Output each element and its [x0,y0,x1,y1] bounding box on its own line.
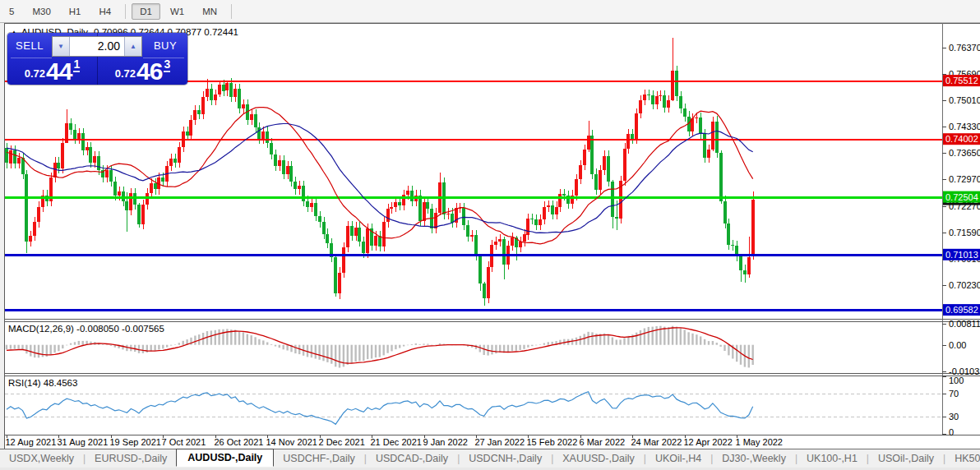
tab-usdcnh-daily[interactable]: USDCNH-,Daily [460,451,551,466]
candle [270,143,273,154]
svg-text:2 Dec 2021: 2 Dec 2021 [319,437,365,447]
candle [137,205,141,224]
macd-histogram-bar [431,345,432,346]
tab-usdcad-daily[interactable]: USDCAD-,Daily [367,451,457,466]
macd-histogram-bar [748,345,750,368]
tab-audusd-daily[interactable]: AUDUSD-,Daily [176,449,274,467]
tab-uk100-h1[interactable]: UK100-,H1 [797,451,867,466]
macd-histogram-bar [270,344,272,345]
macd-histogram-bar [326,345,328,362]
macd-histogram-bar [58,345,59,352]
macd-histogram-bar [122,345,123,350]
macd-histogram-bar [6,345,7,350]
candle [671,71,674,100]
candle [374,236,377,246]
macd-histogram-bar [623,338,625,344]
buy-button[interactable]: BUY [143,39,187,52]
macd-histogram-bar [194,336,196,345]
macd-histogram-bar [222,329,224,345]
macd-histogram-bar [286,345,288,351]
macd-histogram-bar [218,329,220,345]
macd-histogram-bar [262,340,264,344]
candle [86,147,89,151]
macd-histogram-bar [559,340,561,345]
macd-histogram-bar [495,345,497,354]
candle [530,219,534,219]
macd-histogram-bar [50,345,52,355]
macd-histogram-bar [648,327,649,345]
macd-histogram-bar [367,345,368,359]
candle [719,153,723,200]
macd-histogram-bar [358,345,360,362]
macd-histogram-bar [696,334,697,345]
macd-histogram-bar [704,339,705,345]
candle [526,219,529,235]
candle [651,95,654,105]
tab-usoil-daily[interactable]: USOil-,Daily [869,451,943,466]
svg-text:12 Aug 2021: 12 Aug 2021 [6,437,57,447]
candle [154,183,157,189]
candle [214,94,217,100]
candle [9,150,12,163]
macd-histogram-bar [315,345,317,359]
lot-size-stepper: ▼ 2.00 ▲ [52,36,142,57]
macd-histogram-bar [339,345,340,368]
candle [667,100,670,108]
candle [663,95,666,108]
candle [282,160,285,174]
tab-hk50[interactable]: HK50-, [945,451,980,466]
svg-text:26 Oct 2021: 26 Oct 2021 [215,437,264,447]
macd-histogram-bar [728,345,729,356]
candle [558,194,562,207]
macd-histogram-bar [38,345,39,358]
tab-usdx-weekly[interactable]: USDX,Weekly [0,451,83,466]
candle [699,118,702,134]
lot-size-input[interactable]: 2.00 [70,37,124,56]
macd-histogram-bar [684,329,686,344]
svg-text:6 Mar 2022: 6 Mar 2022 [580,437,626,447]
candle [483,283,486,298]
candle [133,193,136,205]
tab-eurusd-daily[interactable]: EURUSD-,Daily [86,451,176,466]
candle [362,242,365,253]
macd-histogram-bar [691,334,693,345]
buy-price-display[interactable]: 0.72 46 3 [98,58,187,84]
tab-usdchf-daily[interactable]: USDCHF-,Daily [274,451,364,466]
svg-text:12 Apr 2022: 12 Apr 2022 [684,437,733,447]
candle [266,131,269,143]
candle [25,174,28,242]
macd-histogram-bar [30,345,31,357]
candle [575,179,578,196]
candle [105,170,109,177]
lot-increase-button[interactable]: ▲ [124,37,141,56]
tab-ukoil-h4[interactable]: UKOil-,H4 [646,451,710,466]
candle [683,108,686,116]
candle [289,166,293,182]
candle [494,242,497,244]
svg-text:24 Mar 2022: 24 Mar 2022 [631,437,682,447]
candle [81,133,85,150]
svg-text:0.76370: 0.76370 [949,43,980,53]
candle [218,85,221,94]
macd-histogram-bar [668,327,669,345]
tab-xauusd-daily[interactable]: XAUUSD-,Daily [553,451,644,466]
svg-text:0.71590: 0.71590 [949,228,980,237]
candle [294,182,297,189]
candle [502,239,506,265]
candle [334,257,337,294]
buy-price-pip: 3 [164,58,170,72]
candle [169,159,173,166]
sell-price-display[interactable]: 0.72 44 1 [7,58,97,84]
candle [394,202,397,207]
sell-button[interactable]: SELL [7,39,52,52]
macd-histogram-bar [379,345,381,357]
candle [470,235,474,237]
lot-decrease-button[interactable]: ▼ [53,37,70,56]
macd-indicator-label: MACD(12,26,9) -0.008050 -0.007565 [8,324,164,334]
tab-dj30-weekly[interactable]: DJ30-,Weekly [713,451,795,466]
candle [57,163,60,168]
sell-price-pip: 1 [73,58,80,72]
candle [410,191,414,200]
macd-histogram-bar [210,330,212,344]
candle [173,159,177,163]
